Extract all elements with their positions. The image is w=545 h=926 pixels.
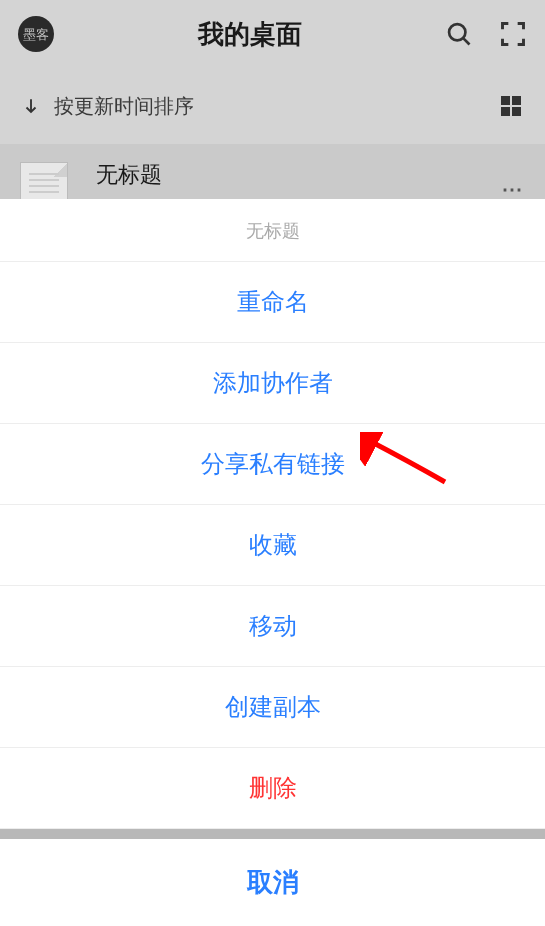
add-collaborator-button[interactable]: 添加协作者 [0,343,545,424]
sheet-separator [0,829,545,839]
arrow-down-icon [22,97,40,115]
sort-button[interactable]: 按更新时间排序 [22,93,194,120]
rename-button[interactable]: 重命名 [0,262,545,343]
more-icon[interactable]: ⋮ [501,180,525,201]
app-header: 墨客 我的桌面 [0,0,545,68]
document-title: 无标题 [96,160,473,190]
app-logo[interactable]: 墨客 [18,16,54,52]
duplicate-button[interactable]: 创建副本 [0,667,545,748]
svg-rect-5 [501,107,510,116]
watermark-main: 系统之家 [437,884,527,898]
move-button[interactable]: 移动 [0,586,545,667]
logo-text: 墨客 [23,28,49,41]
grid-view-icon[interactable] [499,94,523,118]
sort-bar: 按更新时间排序 [0,68,545,144]
page-title: 我的桌面 [54,17,445,52]
house-icon [403,886,431,910]
svg-rect-4 [512,96,521,105]
share-link-button[interactable]: 分享私有链接 [0,424,545,505]
action-sheet: 无标题 重命名 添加协作者 分享私有链接 收藏 移动 创建副本 删除 取消 [0,199,545,926]
svg-rect-3 [501,96,510,105]
svg-line-1 [464,39,470,45]
search-icon[interactable] [445,20,473,48]
favorite-button[interactable]: 收藏 [0,505,545,586]
delete-button[interactable]: 删除 [0,748,545,829]
svg-rect-6 [512,107,521,116]
svg-point-0 [449,24,465,40]
watermark-sub: XITONGZHIJIA.NET [437,898,527,912]
sort-label: 按更新时间排序 [54,93,194,120]
sheet-title: 无标题 [0,199,545,262]
watermark: 系统之家 XITONGZHIJIA.NET [403,884,527,912]
fullscreen-icon[interactable] [499,20,527,48]
